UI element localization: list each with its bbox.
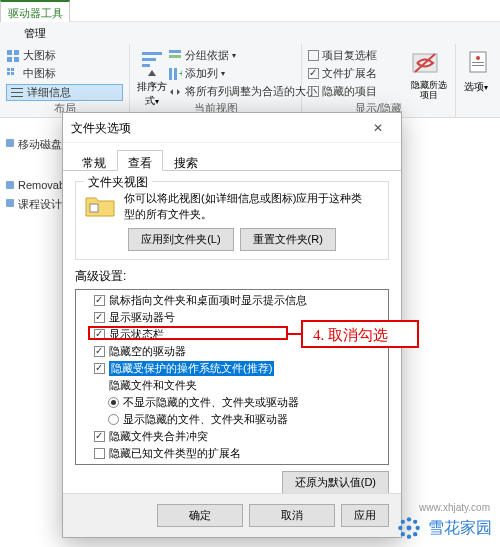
size-all-columns[interactable]: 将所有列调整为合适的大小 bbox=[168, 84, 317, 99]
contextual-subtab-manage[interactable]: 管理 bbox=[0, 22, 70, 44]
item-checkboxes-toggle[interactable]: 项目复选框 bbox=[308, 48, 409, 63]
watermark-text: 雪花家园 bbox=[428, 518, 492, 539]
dialog-titlebar: 文件夹选项 ✕ bbox=[63, 113, 401, 143]
svg-rect-3 bbox=[14, 57, 19, 62]
advanced-settings-tree[interactable]: 鼠标指向文件夹和桌面项时显示提示信息 显示驱动器号 显示状态栏 隐藏空的驱动器 … bbox=[75, 289, 389, 465]
svg-rect-9 bbox=[11, 92, 23, 93]
group-by[interactable]: 分组依据 ▾ bbox=[168, 48, 317, 63]
svg-point-27 bbox=[407, 535, 411, 539]
svg-rect-7 bbox=[11, 72, 14, 75]
details-icon bbox=[10, 86, 24, 100]
hide-selected-icon[interactable] bbox=[409, 48, 441, 80]
tree-hidden-files-folder[interactable]: 隐藏文件和文件夹 bbox=[80, 377, 384, 394]
apply-button[interactable]: 应用 bbox=[341, 504, 389, 527]
svg-rect-15 bbox=[169, 55, 181, 58]
watermark-url: www.xhjaty.com bbox=[419, 502, 490, 513]
snowflake-icon bbox=[396, 515, 422, 541]
close-icon[interactable]: ✕ bbox=[363, 113, 393, 143]
watermark: 雪花家园 bbox=[396, 515, 492, 541]
svg-point-26 bbox=[407, 517, 411, 521]
svg-rect-23 bbox=[472, 62, 484, 63]
tree-hide-known-ext[interactable]: 隐藏已知文件类型的扩展名 bbox=[80, 445, 384, 462]
tree-color-ntfs[interactable]: 用彩色显示加密或压缩的 NTFS 文件 bbox=[80, 462, 384, 465]
options-label[interactable]: 选项▾ bbox=[462, 80, 490, 94]
add-columns-icon: + bbox=[168, 67, 182, 81]
reset-folders-button[interactable]: 重置文件夹(R) bbox=[240, 228, 336, 251]
svg-rect-4 bbox=[7, 68, 10, 71]
dialog-tabstrip: 常规 查看 搜索 bbox=[63, 143, 401, 171]
ok-button[interactable]: 确定 bbox=[157, 504, 243, 527]
tree-opt-show-hidden[interactable]: 显示隐藏的文件、文件夹和驱动器 bbox=[80, 411, 384, 428]
annotation-callout: 4. 取消勾选 bbox=[301, 320, 419, 348]
view-large-icons[interactable]: 大图标 bbox=[6, 48, 123, 63]
tree-hide-merge-conflict[interactable]: 隐藏文件夹合并冲突 bbox=[80, 428, 384, 445]
svg-text:+: + bbox=[179, 68, 182, 79]
ribbon-body: 大图标 中图标 详细信息 布局 排序方式▾ 分组依据 ▾ +添加列 ▾ 将所有列… bbox=[0, 44, 500, 118]
svg-rect-17 bbox=[174, 68, 177, 80]
svg-rect-25 bbox=[90, 204, 98, 212]
view-medium-icons[interactable]: 中图标 bbox=[6, 66, 123, 81]
apply-to-folders-button[interactable]: 应用到文件夹(L) bbox=[128, 228, 233, 251]
svg-point-29 bbox=[416, 526, 420, 530]
svg-point-33 bbox=[413, 532, 417, 536]
svg-rect-5 bbox=[11, 68, 14, 71]
svg-rect-1 bbox=[14, 50, 19, 55]
svg-rect-14 bbox=[169, 50, 181, 53]
svg-rect-8 bbox=[11, 88, 23, 89]
hide-selected-label: 隐藏所选项目 bbox=[409, 80, 449, 100]
tree-show-tooltip[interactable]: 鼠标指向文件夹和桌面项时显示提示信息 bbox=[80, 292, 384, 309]
dialog-footer: 确定 取消 应用 bbox=[63, 493, 401, 537]
tab-search[interactable]: 搜索 bbox=[163, 150, 209, 171]
options-icon[interactable] bbox=[462, 48, 494, 80]
medium-icons-icon bbox=[6, 67, 20, 81]
ribbon-tab-strip: 驱动器工具 bbox=[0, 0, 500, 22]
svg-point-32 bbox=[401, 532, 405, 536]
svg-rect-24 bbox=[472, 65, 484, 66]
svg-rect-10 bbox=[11, 96, 23, 97]
file-ext-toggle[interactable]: 文件扩展名 bbox=[308, 66, 409, 81]
tree-opt-dont-show-hidden[interactable]: 不显示隐藏的文件、文件夹或驱动器 bbox=[80, 394, 384, 411]
add-columns[interactable]: +添加列 ▾ bbox=[168, 66, 317, 81]
svg-point-28 bbox=[398, 526, 402, 530]
contextual-tab-drive-tools[interactable]: 驱动器工具 bbox=[0, 0, 70, 22]
nav-course[interactable]: 课程设计 bbox=[0, 194, 68, 215]
svg-rect-11 bbox=[142, 52, 162, 55]
svg-point-31 bbox=[413, 520, 417, 524]
fit-columns-icon bbox=[168, 85, 182, 99]
sort-by-icon[interactable] bbox=[136, 48, 168, 80]
tab-general[interactable]: 常规 bbox=[71, 150, 117, 171]
tree-hide-protected-os-files[interactable]: 隐藏受保护的操作系统文件(推荐) bbox=[80, 360, 384, 377]
large-icons-icon bbox=[6, 49, 20, 63]
svg-point-34 bbox=[407, 526, 412, 531]
hidden-items-toggle[interactable]: 隐藏的项目 bbox=[308, 84, 409, 99]
folder-view-groupbox: 文件夹视图 你可以将此视图(如详细信息或图标)应用于这种类型的所有文件夹。 应用… bbox=[75, 181, 389, 260]
cancel-button[interactable]: 取消 bbox=[249, 504, 335, 527]
svg-point-30 bbox=[401, 520, 405, 524]
svg-rect-6 bbox=[7, 72, 10, 75]
folder-view-desc: 你可以将此视图(如详细信息或图标)应用于这种类型的所有文件夹。 bbox=[124, 190, 364, 222]
svg-point-22 bbox=[476, 56, 480, 60]
svg-rect-13 bbox=[142, 64, 150, 67]
svg-rect-2 bbox=[7, 57, 12, 62]
svg-rect-16 bbox=[169, 68, 172, 80]
restore-defaults-button[interactable]: 还原为默认值(D) bbox=[282, 471, 389, 494]
folder-view-group-title: 文件夹视图 bbox=[84, 174, 152, 191]
group-by-icon bbox=[168, 49, 182, 63]
dialog-title-text: 文件夹选项 bbox=[71, 113, 131, 143]
svg-rect-0 bbox=[7, 50, 12, 55]
svg-rect-12 bbox=[142, 58, 156, 61]
tab-view[interactable]: 查看 bbox=[117, 150, 163, 171]
advanced-settings-label: 高级设置: bbox=[75, 268, 389, 285]
folder-icon bbox=[84, 190, 116, 222]
view-details[interactable]: 详细信息 bbox=[6, 84, 123, 101]
